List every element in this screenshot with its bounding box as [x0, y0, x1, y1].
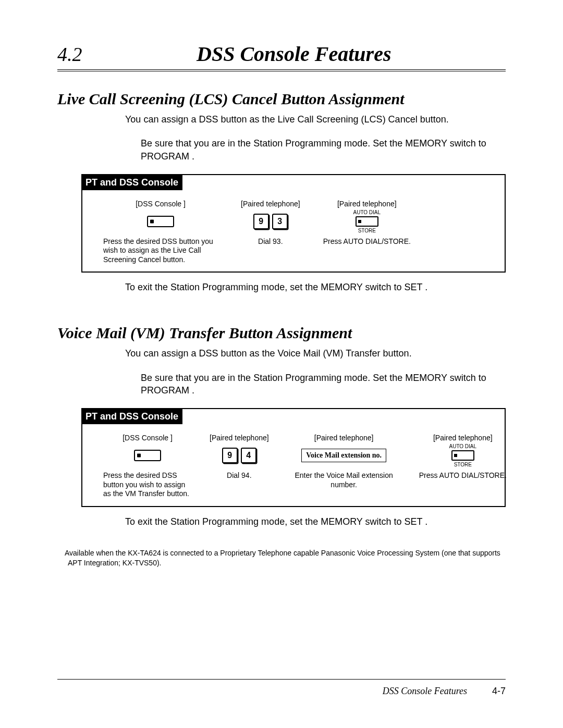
auto-dial-store-icon: AUTO DIAL STORE [449, 443, 476, 467]
procedure-steps: [DSS Console ] Press the desired DSS but… [82, 424, 505, 506]
store-label: STORE [358, 228, 376, 233]
footnote: Available when the KX-TA624 is connected… [57, 548, 506, 568]
step-3: [Paired telephone] AUTO DIAL STORE Press… [323, 200, 411, 265]
step-device-label: [Paired telephone] [210, 434, 269, 442]
store-label: STORE [454, 462, 472, 467]
step-device-label: [DSS Console ] [103, 200, 218, 208]
step-1: [DSS Console ] Press the desired DSS but… [103, 434, 192, 499]
step-desc: Press the desired DSS button you wish to… [103, 237, 218, 265]
step-desc: Press AUTO DIAL/STORE. [419, 471, 507, 480]
step-device-label: [DSS Console ] [103, 434, 192, 442]
procedure-box-vm: PT and DSS Console [DSS Console ] Press … [81, 408, 506, 507]
intro-text: You can assign a DSS button as the Voice… [57, 347, 506, 360]
procedure-box-header: PT and DSS Console [82, 409, 182, 424]
auto-dial-store-icon: AUTO DIAL STORE [353, 209, 381, 233]
step-desc: Press the desired DSS button you wish to… [103, 471, 192, 499]
keycap-icon: 9 [222, 448, 238, 463]
note-text: Be sure that you are in the Station Prog… [57, 372, 506, 397]
procedure-steps: [DSS Console ] Press the desired DSS but… [82, 190, 505, 272]
vm-extension-box: Voice Mail extension no. [301, 449, 386, 462]
section-vm-transfer: Voice Mail (VM) Transfer Button Assignme… [57, 324, 506, 527]
chapter-heading: 4.2 DSS Console Features [57, 42, 506, 71]
step-desc: Press AUTO DIAL/STORE. [323, 237, 411, 246]
step-device-label: [Paired telephone] [287, 434, 401, 442]
step-1: [DSS Console ] Press the desired DSS but… [103, 200, 218, 265]
procedure-box-header: PT and DSS Console [82, 175, 182, 190]
exit-text: To exit the Station Programming mode, se… [57, 516, 506, 527]
chapter-title: DSS Console Features [82, 42, 506, 66]
procedure-box-lcs: PT and DSS Console [DSS Console ] Press … [81, 174, 506, 273]
dss-button-icon [134, 450, 161, 461]
feature-title: Voice Mail (VM) Transfer Button Assignme… [57, 324, 506, 342]
step-device-label: [Paired telephone] [419, 434, 507, 442]
step-device-label: [Paired telephone] [241, 200, 300, 208]
step-2: [Paired telephone] 9 3 Dial 93. [241, 200, 300, 265]
step-3: [Paired telephone] Voice Mail extension … [287, 434, 401, 499]
step-4: [Paired telephone] AUTO DIAL STORE Press… [419, 434, 507, 499]
step-desc: Enter the Voice Mail extension number. [287, 471, 401, 489]
auto-dial-label: AUTO DIAL [353, 209, 381, 215]
keycap-icon: 3 [272, 214, 288, 229]
auto-dial-label: AUTO DIAL [449, 443, 476, 449]
page: 4.2 DSS Console Features Live Call Scree… [0, 0, 563, 728]
step-device-label: [Paired telephone] [323, 200, 411, 208]
step-desc: Dial 94. [210, 471, 269, 480]
feature-title: Live Call Screening (LCS) Cancel Button … [57, 90, 506, 108]
footer-page-number: 4-7 [492, 686, 506, 697]
keycap-icon: 9 [253, 214, 269, 229]
step-desc: Dial 93. [241, 237, 300, 246]
note-text: Be sure that you are in the Station Prog… [57, 137, 506, 163]
footer-section-title: DSS Console Features [383, 686, 467, 697]
page-footer: DSS Console Features 4-7 [57, 679, 506, 697]
intro-text: You can assign a DSS button as the Live … [57, 113, 506, 126]
dss-button-icon [147, 216, 174, 227]
chapter-number: 4.2 [57, 43, 82, 66]
exit-text: To exit the Station Programming mode, se… [57, 282, 506, 293]
keycap-icon: 4 [241, 448, 256, 463]
step-2: [Paired telephone] 9 4 Dial 94. [210, 434, 269, 499]
section-lcs-cancel: Live Call Screening (LCS) Cancel Button … [57, 90, 506, 293]
